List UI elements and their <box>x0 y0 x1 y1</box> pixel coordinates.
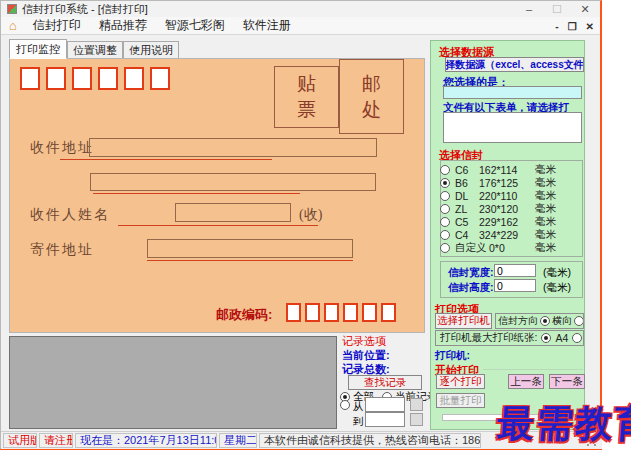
postal-code-box <box>46 67 66 90</box>
title-bar: 信封打印系统 - [信封打印] – ☐ ✕ <box>1 1 600 17</box>
zip-box <box>381 303 396 322</box>
tab-instructions[interactable]: 使用说明 <box>123 41 179 59</box>
menu-bar: ⌂ 信封打印 精品推荐 智源七彩阁 软件注册 - ❐ ✕ <box>1 17 600 35</box>
zip-box <box>362 303 377 322</box>
radio-c5[interactable] <box>440 217 450 227</box>
current-position-label: 当前位置: <box>342 348 390 363</box>
size-dims: 0*0 <box>489 242 535 254</box>
size-name: C5 <box>455 216 479 228</box>
mdi-close-button[interactable]: ✕ <box>586 21 594 32</box>
close-button[interactable]: ✕ <box>578 3 592 16</box>
printer-name-label: 打印机: <box>435 349 470 363</box>
maximize-button[interactable]: ☐ <box>550 3 564 16</box>
underline <box>118 225 318 226</box>
post-char-bottom: 处 <box>340 97 403 123</box>
radio-a4[interactable] <box>541 333 551 343</box>
menu-zhiyuan[interactable]: 智源七彩阁 <box>156 17 234 34</box>
status-info: 本软件由诚信科技提供，热线咨询电话：18671680245 <box>259 433 481 448</box>
from-label: 从 <box>353 400 364 414</box>
recipient-name-input[interactable] <box>175 203 291 222</box>
batch-print-button[interactable]: 批量打印 <box>436 393 485 408</box>
size-option-c6[interactable]: C6 162*114 毫米 <box>440 163 570 176</box>
app-icon <box>7 4 17 14</box>
sender-address-label: 寄件地址 <box>30 241 94 259</box>
recipient-address-input[interactable] <box>89 138 377 157</box>
find-record-button[interactable]: 查找记录 <box>348 375 422 390</box>
recipient-address-label: 收件地址 <box>30 139 94 157</box>
size-name: C4 <box>455 229 479 241</box>
mdi-minimize-button[interactable]: - <box>555 21 558 32</box>
stamp-char-bottom: 票 <box>275 97 338 123</box>
postmark-box: 邮 处 <box>339 59 404 134</box>
underline <box>147 260 353 261</box>
zip-box <box>324 303 339 322</box>
size-option-dl[interactable]: DL 220*110 毫米 <box>440 189 570 202</box>
zip-box <box>305 303 320 322</box>
paper-size-label: 打印机最大打印纸张: <box>440 331 537 345</box>
status-weekday: 星期二 <box>219 433 257 448</box>
menu-register[interactable]: 软件注册 <box>234 17 300 34</box>
status-datetime: 现在是：2021年7月13日11:06:29 <box>75 433 217 448</box>
tab-position-adjust[interactable]: 位置调整 <box>67 41 123 59</box>
window-title: 信封打印系统 - [信封打印] <box>22 2 148 17</box>
recipient-address-input-2[interactable] <box>90 173 376 191</box>
selected-file-input[interactable] <box>443 86 582 99</box>
size-unit: 毫米 <box>535 202 556 216</box>
size-option-custom[interactable]: 自定义 0*0 毫米 <box>440 241 570 254</box>
stamp-char-top: 贴 <box>275 71 338 97</box>
tab-print-monitor[interactable]: 打印监控 <box>9 39 67 59</box>
radio-custom[interactable] <box>440 243 450 253</box>
to-spinner[interactable] <box>410 413 423 426</box>
envelope-width-input[interactable] <box>494 264 536 277</box>
recipient-name-label: 收件人姓名 <box>30 206 110 224</box>
prev-record-button[interactable]: 上一条 <box>508 374 544 389</box>
radio-landscape[interactable] <box>540 316 550 326</box>
menu-envelope-print[interactable]: 信封打印 <box>24 17 90 34</box>
record-grid[interactable] <box>9 336 337 429</box>
radio-portrait[interactable] <box>574 316 584 326</box>
minimize-button[interactable]: – <box>522 3 536 15</box>
envelope-preview: 贴 票 邮 处 收件地址 收件人姓名 (收) 寄件地址 邮政编码: <box>9 58 425 333</box>
choose-printer-button[interactable]: 选择打印机 <box>435 313 492 329</box>
size-dims: 220*110 <box>479 190 535 202</box>
to-input[interactable] <box>365 412 405 427</box>
envelope-height-input[interactable] <box>494 279 536 292</box>
size-option-b6[interactable]: B6 176*125 毫米 <box>440 176 570 189</box>
size-unit: 毫米 <box>535 189 556 203</box>
menu-recommend[interactable]: 精品推荐 <box>90 17 156 34</box>
envelope-height-label: 信封高度: <box>448 281 494 295</box>
stamp-here-box: 贴 票 <box>274 66 339 128</box>
size-unit: 毫米 <box>535 241 556 255</box>
watermark-text: 最需教育 <box>495 399 631 449</box>
recipient-suffix: (收) <box>299 206 322 224</box>
choose-data-source-button[interactable]: 选择数据源（excel、access文件） <box>445 57 584 72</box>
landscape-label: 横向 <box>552 314 572 328</box>
radio-zl[interactable] <box>440 204 450 214</box>
size-option-c4[interactable]: C4 324*229 毫米 <box>440 228 570 241</box>
height-unit: (毫米) <box>543 281 571 295</box>
size-option-zl[interactable]: ZL 230*120 毫米 <box>440 202 570 215</box>
radio-b6[interactable] <box>440 178 450 188</box>
mdi-restore-button[interactable]: ❐ <box>568 21 577 32</box>
radio-c4[interactable] <box>440 230 450 240</box>
radio-a3[interactable] <box>572 333 582 343</box>
radio-dl[interactable] <box>440 191 450 201</box>
settings-panel: 选择数据源 选择数据源（excel、access文件） 您选择的是： 文件有以下… <box>430 40 585 430</box>
record-options-title: 记录选项 <box>342 334 386 349</box>
size-option-c5[interactable]: C5 229*162 毫米 <box>440 215 570 228</box>
size-dims: 324*229 <box>479 229 535 241</box>
zip-box <box>343 303 358 322</box>
from-spinner[interactable] <box>410 398 423 411</box>
sender-address-input[interactable] <box>147 239 353 258</box>
postal-code-box <box>124 67 144 90</box>
radio-from-range[interactable] <box>340 400 350 410</box>
zip-box <box>286 303 301 322</box>
size-unit: 毫米 <box>535 215 556 229</box>
size-dims: 162*114 <box>479 164 535 176</box>
underline <box>60 159 272 160</box>
print-one-by-one-button[interactable]: 逐个打印 <box>436 374 485 389</box>
radio-c6[interactable] <box>440 165 450 175</box>
next-record-button[interactable]: 下一条 <box>549 374 585 389</box>
sheet-listbox[interactable] <box>443 112 582 143</box>
from-input[interactable] <box>365 397 405 412</box>
